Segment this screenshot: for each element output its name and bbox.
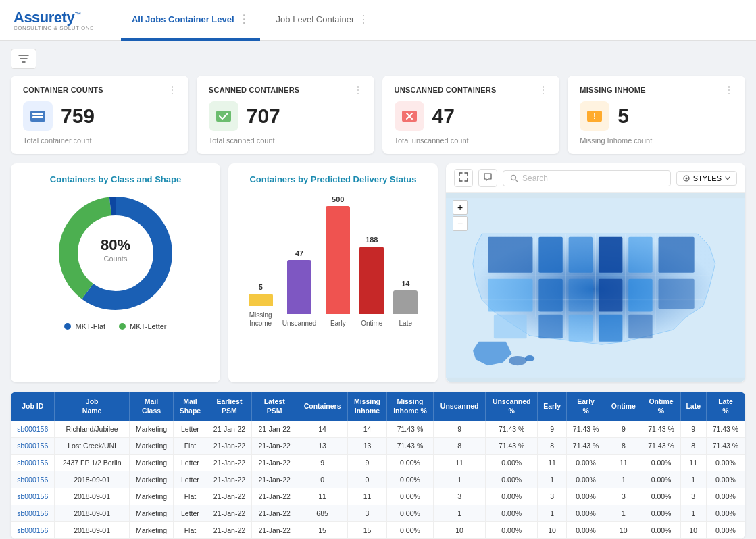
- kpi-missing-inhome: MISSING INHOME ⋮ ! 5 Missing Inhome coun…: [568, 76, 745, 154]
- col-ontime: Ontime: [605, 392, 642, 421]
- data-table-card: Job ID JobName MailClass MailShape Earli…: [11, 392, 745, 539]
- table-cell: Flat: [174, 438, 207, 455]
- table-cell: 9: [605, 421, 642, 438]
- table-cell: 71.43 %: [386, 421, 433, 438]
- svg-rect-26: [599, 237, 622, 273]
- bar-label-ontime: Ontime: [361, 319, 382, 328]
- kpi-icon-scanned: [209, 101, 238, 131]
- kpi-container-counts: CONTAINER COUNTS ⋮ 759 Total container c…: [11, 76, 188, 154]
- table-cell: 21-Jan-22: [207, 455, 252, 471]
- table-cell: Marketing: [129, 421, 173, 438]
- svg-rect-36: [538, 315, 562, 338]
- logo-tm: ™: [74, 11, 81, 18]
- kpi-title-4: MISSING INHOME: [580, 86, 646, 94]
- table-cell: 0.00%: [386, 488, 433, 505]
- table-cell: 21-Jan-22: [252, 505, 297, 522]
- bar-label-late: Late: [399, 319, 412, 328]
- legend-label-flat: MKT-Flat: [75, 322, 105, 330]
- table-cell: 0.00%: [706, 488, 745, 505]
- bar-early: 500 Early: [326, 195, 350, 328]
- kpi-dots-3[interactable]: ⋮: [539, 85, 547, 95]
- table-cell: 0.00%: [706, 455, 745, 471]
- table-cell: 0.00%: [567, 455, 605, 471]
- kpi-header-3: UNSCANNED CONTAINERS ⋮: [395, 85, 548, 95]
- charts-row: Containers by Class and Shape 80% Counts: [11, 163, 745, 382]
- svg-rect-2: [32, 116, 43, 118]
- styles-icon: [682, 174, 690, 182]
- table-cell: 21-Jan-22: [207, 505, 252, 522]
- map-fullscreen-button[interactable]: [454, 169, 473, 187]
- kpi-header-1: CONTAINER COUNTS ⋮: [23, 85, 176, 95]
- svg-rect-35: [494, 315, 527, 338]
- kpi-value-3: 47: [432, 106, 455, 126]
- map-chat-button[interactable]: [478, 169, 497, 187]
- bar-val-early: 500: [332, 195, 344, 203]
- map-zoom-out-button[interactable]: −: [453, 216, 468, 231]
- bar-rect-early: [326, 206, 350, 314]
- map-styles-button[interactable]: STYLES: [676, 171, 737, 186]
- tab-all-jobs[interactable]: All Jobs Container Level ⋮: [121, 0, 260, 41]
- logo-text: Assurety™: [14, 9, 81, 26]
- table-cell: 21-Jan-22: [207, 421, 252, 438]
- svg-rect-30: [538, 279, 562, 312]
- kpi-value-1: 759: [61, 106, 95, 126]
- chevron-down-icon: [724, 175, 731, 182]
- table-cell: 0.00%: [386, 505, 433, 522]
- kpi-dots-4[interactable]: ⋮: [725, 85, 733, 95]
- table-cell: 13: [348, 438, 387, 455]
- col-ontime-pct: Ontime%: [642, 392, 680, 421]
- svg-rect-29: [488, 279, 532, 312]
- unscanned-icon: [400, 107, 419, 126]
- kpi-title-1: CONTAINER COUNTS: [23, 86, 103, 94]
- table-cell: sb000156: [11, 522, 55, 539]
- table-cell: sb000156: [11, 455, 55, 471]
- kpi-footer-4: Missing Inhome count: [580, 136, 733, 145]
- kpi-header-4: MISSING INHOME ⋮: [580, 85, 733, 95]
- table-cell: 0.00%: [486, 522, 538, 539]
- legend-mkt-letter: MKT-Letter: [119, 322, 166, 330]
- header: Assurety™ CONSULTING & SOLUTIONS All Job…: [0, 0, 756, 41]
- col-job-name: JobName: [55, 392, 129, 421]
- table-cell: 0.00%: [486, 471, 538, 488]
- bar-rect-late: [393, 290, 418, 314]
- table-cell: sb000156: [11, 488, 55, 505]
- kpi-dots-2[interactable]: ⋮: [354, 85, 362, 95]
- map-body: + −: [446, 193, 745, 382]
- svg-rect-33: [628, 279, 652, 312]
- table-cell: 1: [538, 505, 567, 522]
- table-cell: 1: [538, 471, 567, 488]
- donut-center-label: Counts: [104, 255, 128, 263]
- filter-icon: [18, 53, 29, 64]
- table-cell: 11: [605, 455, 642, 471]
- bar-unscanned: 47 Unscanned: [282, 249, 317, 328]
- table-cell: 1: [680, 471, 706, 488]
- table-cell: 0.00%: [706, 522, 745, 539]
- table-cell: 1: [605, 471, 642, 488]
- map-search-box[interactable]: Search: [503, 170, 671, 186]
- kpi-body-4: ! 5: [580, 101, 733, 131]
- map-zoom-in-button[interactable]: +: [453, 200, 468, 215]
- table-cell: 0.00%: [567, 471, 605, 488]
- tab-dots-2: ⋮: [358, 13, 369, 26]
- svg-point-40: [509, 356, 527, 365]
- table-cell: 11: [680, 455, 706, 471]
- kpi-value-4: 5: [618, 106, 629, 126]
- svg-rect-38: [599, 315, 622, 342]
- data-table: Job ID JobName MailClass MailShape Earli…: [11, 392, 745, 539]
- table-cell: Lost Creek/UNI: [55, 438, 129, 455]
- filter-bar: [11, 49, 745, 69]
- table-cell: 0.00%: [386, 455, 433, 471]
- table-cell: 1: [605, 505, 642, 522]
- container-icon: [28, 107, 47, 126]
- table-cell: 0: [297, 471, 348, 488]
- main-content: CONTAINER COUNTS ⋮ 759 Total container c…: [0, 41, 756, 539]
- table-cell: Letter: [174, 471, 207, 488]
- kpi-dots-1[interactable]: ⋮: [168, 85, 176, 95]
- tab-job-level[interactable]: Job Level Container ⋮: [266, 0, 380, 41]
- kpi-row: CONTAINER COUNTS ⋮ 759 Total container c…: [11, 76, 745, 154]
- bar-chart-title: Containers by Predicted Delivery Status: [239, 174, 427, 184]
- map-search-input[interactable]: [552, 174, 663, 183]
- filter-button[interactable]: [11, 49, 36, 69]
- table-cell: Marketing: [129, 455, 173, 471]
- table-cell: Marketing: [129, 488, 173, 505]
